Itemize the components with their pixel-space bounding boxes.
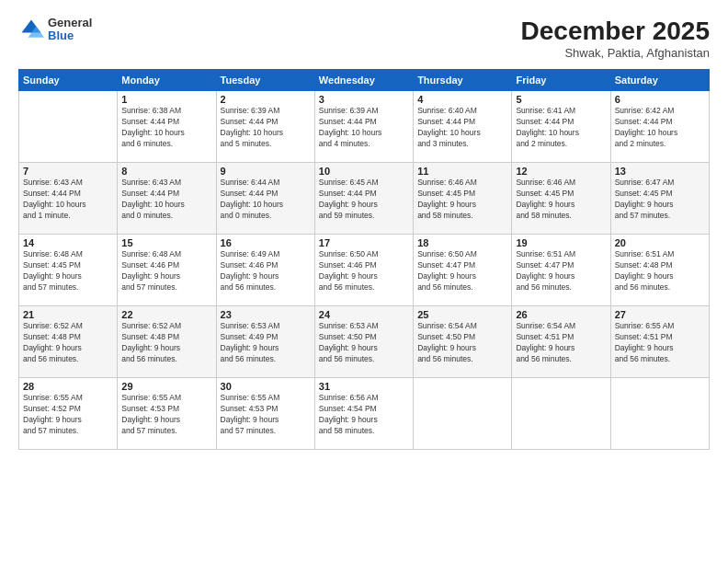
day-info: Sunrise: 6:50 AM Sunset: 4:47 PM Dayligh…	[417, 249, 507, 293]
day-number: 11	[417, 166, 507, 177]
calendar-week-4: 28Sunrise: 6:55 AM Sunset: 4:52 PM Dayli…	[19, 378, 710, 450]
calendar-cell: 7Sunrise: 6:43 AM Sunset: 4:44 PM Daylig…	[19, 163, 118, 235]
day-number: 6	[615, 94, 705, 105]
day-number: 13	[615, 166, 705, 177]
calendar-cell: 9Sunrise: 6:44 AM Sunset: 4:44 PM Daylig…	[216, 163, 314, 235]
calendar-week-1: 7Sunrise: 6:43 AM Sunset: 4:44 PM Daylig…	[19, 163, 710, 235]
day-number: 19	[516, 237, 606, 248]
day-info: Sunrise: 6:48 AM Sunset: 4:46 PM Dayligh…	[121, 249, 211, 293]
calendar-cell: 5Sunrise: 6:41 AM Sunset: 4:44 PM Daylig…	[512, 91, 610, 163]
calendar-cell: 6Sunrise: 6:42 AM Sunset: 4:44 PM Daylig…	[610, 91, 709, 163]
calendar-week-0: 1Sunrise: 6:38 AM Sunset: 4:44 PM Daylig…	[19, 91, 710, 163]
calendar-header-friday: Friday	[512, 70, 610, 91]
calendar-cell: 30Sunrise: 6:55 AM Sunset: 4:53 PM Dayli…	[216, 378, 314, 450]
calendar-cell: 13Sunrise: 6:47 AM Sunset: 4:45 PM Dayli…	[610, 163, 709, 235]
calendar-cell: 19Sunrise: 6:51 AM Sunset: 4:47 PM Dayli…	[512, 235, 610, 306]
calendar-cell: 8Sunrise: 6:43 AM Sunset: 4:44 PM Daylig…	[118, 163, 216, 235]
day-info: Sunrise: 6:53 AM Sunset: 4:50 PM Dayligh…	[319, 321, 409, 365]
day-number: 26	[516, 309, 606, 320]
day-info: Sunrise: 6:55 AM Sunset: 4:53 PM Dayligh…	[221, 393, 311, 437]
day-number: 14	[23, 237, 113, 248]
calendar-cell: 31Sunrise: 6:56 AM Sunset: 4:54 PM Dayli…	[314, 378, 413, 450]
day-number: 8	[121, 166, 211, 177]
calendar-cell: 4Sunrise: 6:40 AM Sunset: 4:44 PM Daylig…	[414, 91, 512, 163]
calendar-cell: 1Sunrise: 6:38 AM Sunset: 4:44 PM Daylig…	[118, 91, 216, 163]
day-number: 31	[319, 381, 409, 392]
calendar-cell: 12Sunrise: 6:46 AM Sunset: 4:45 PM Dayli…	[512, 163, 610, 235]
calendar-cell: 20Sunrise: 6:51 AM Sunset: 4:48 PM Dayli…	[610, 235, 709, 306]
day-number: 2	[221, 94, 311, 105]
day-info: Sunrise: 6:54 AM Sunset: 4:50 PM Dayligh…	[417, 321, 507, 365]
day-info: Sunrise: 6:50 AM Sunset: 4:46 PM Dayligh…	[319, 249, 409, 293]
day-info: Sunrise: 6:55 AM Sunset: 4:51 PM Dayligh…	[615, 321, 705, 365]
day-info: Sunrise: 6:52 AM Sunset: 4:48 PM Dayligh…	[121, 321, 211, 365]
page: General Blue December 2025 Shwak, Paktia…	[0, 0, 728, 563]
calendar-header-saturday: Saturday	[610, 70, 709, 91]
day-info: Sunrise: 6:53 AM Sunset: 4:49 PM Dayligh…	[221, 321, 311, 365]
day-number: 22	[121, 309, 211, 320]
day-number: 28	[23, 381, 113, 392]
day-number: 3	[319, 94, 409, 105]
day-info: Sunrise: 6:45 AM Sunset: 4:44 PM Dayligh…	[319, 178, 409, 222]
day-number: 7	[23, 166, 113, 177]
calendar-header-thursday: Thursday	[414, 70, 512, 91]
calendar-cell: 2Sunrise: 6:39 AM Sunset: 4:44 PM Daylig…	[216, 91, 314, 163]
calendar-cell: 11Sunrise: 6:46 AM Sunset: 4:45 PM Dayli…	[414, 163, 512, 235]
day-info: Sunrise: 6:46 AM Sunset: 4:45 PM Dayligh…	[516, 178, 606, 222]
calendar-header-row: SundayMondayTuesdayWednesdayThursdayFrid…	[19, 70, 710, 91]
day-info: Sunrise: 6:42 AM Sunset: 4:44 PM Dayligh…	[615, 106, 705, 150]
day-info: Sunrise: 6:43 AM Sunset: 4:44 PM Dayligh…	[23, 178, 113, 222]
calendar-cell: 10Sunrise: 6:45 AM Sunset: 4:44 PM Dayli…	[314, 163, 413, 235]
day-info: Sunrise: 6:43 AM Sunset: 4:44 PM Dayligh…	[121, 178, 211, 222]
calendar-cell: 14Sunrise: 6:48 AM Sunset: 4:45 PM Dayli…	[19, 235, 118, 306]
day-info: Sunrise: 6:51 AM Sunset: 4:48 PM Dayligh…	[615, 249, 705, 293]
calendar-header-tuesday: Tuesday	[216, 70, 314, 91]
day-number: 25	[417, 309, 507, 320]
calendar-cell: 25Sunrise: 6:54 AM Sunset: 4:50 PM Dayli…	[414, 306, 512, 378]
day-number: 29	[121, 381, 211, 392]
day-info: Sunrise: 6:44 AM Sunset: 4:44 PM Dayligh…	[221, 178, 311, 222]
calendar-cell: 23Sunrise: 6:53 AM Sunset: 4:49 PM Dayli…	[216, 306, 314, 378]
calendar-cell	[414, 378, 512, 450]
calendar-cell: 17Sunrise: 6:50 AM Sunset: 4:46 PM Dayli…	[314, 235, 413, 306]
calendar-week-2: 14Sunrise: 6:48 AM Sunset: 4:45 PM Dayli…	[19, 235, 710, 306]
day-info: Sunrise: 6:38 AM Sunset: 4:44 PM Dayligh…	[121, 106, 211, 150]
day-info: Sunrise: 6:55 AM Sunset: 4:53 PM Dayligh…	[121, 393, 211, 437]
day-info: Sunrise: 6:55 AM Sunset: 4:52 PM Dayligh…	[23, 393, 113, 437]
day-number: 24	[319, 309, 409, 320]
calendar-header-wednesday: Wednesday	[314, 70, 413, 91]
logo-text: General Blue	[48, 17, 92, 43]
day-number: 4	[417, 94, 507, 105]
day-number: 21	[23, 309, 113, 320]
day-info: Sunrise: 6:54 AM Sunset: 4:51 PM Dayligh…	[516, 321, 606, 365]
title-block: December 2025 Shwak, Paktia, Afghanistan	[521, 17, 710, 60]
logo-blue: Blue	[48, 29, 92, 42]
calendar-cell	[610, 378, 709, 450]
month-title: December 2025	[521, 17, 710, 46]
day-number: 5	[516, 94, 606, 105]
calendar-cell: 26Sunrise: 6:54 AM Sunset: 4:51 PM Dayli…	[512, 306, 610, 378]
day-info: Sunrise: 6:48 AM Sunset: 4:45 PM Dayligh…	[23, 249, 113, 293]
calendar-cell: 24Sunrise: 6:53 AM Sunset: 4:50 PM Dayli…	[314, 306, 413, 378]
day-info: Sunrise: 6:49 AM Sunset: 4:46 PM Dayligh…	[221, 249, 311, 293]
day-number: 9	[221, 166, 311, 177]
calendar-table: SundayMondayTuesdayWednesdayThursdayFrid…	[18, 69, 710, 450]
day-number: 27	[615, 309, 705, 320]
day-number: 15	[121, 237, 211, 248]
calendar-cell: 21Sunrise: 6:52 AM Sunset: 4:48 PM Dayli…	[19, 306, 118, 378]
day-number: 30	[221, 381, 311, 392]
logo: General Blue	[18, 17, 92, 43]
calendar-cell: 28Sunrise: 6:55 AM Sunset: 4:52 PM Dayli…	[19, 378, 118, 450]
day-info: Sunrise: 6:56 AM Sunset: 4:54 PM Dayligh…	[319, 393, 409, 437]
day-info: Sunrise: 6:39 AM Sunset: 4:44 PM Dayligh…	[319, 106, 409, 150]
day-info: Sunrise: 6:46 AM Sunset: 4:45 PM Dayligh…	[417, 178, 507, 222]
day-info: Sunrise: 6:40 AM Sunset: 4:44 PM Dayligh…	[417, 106, 507, 150]
calendar-cell: 27Sunrise: 6:55 AM Sunset: 4:51 PM Dayli…	[610, 306, 709, 378]
calendar-header-monday: Monday	[118, 70, 216, 91]
calendar-cell	[512, 378, 610, 450]
calendar-cell: 22Sunrise: 6:52 AM Sunset: 4:48 PM Dayli…	[118, 306, 216, 378]
day-number: 12	[516, 166, 606, 177]
calendar-cell: 15Sunrise: 6:48 AM Sunset: 4:46 PM Dayli…	[118, 235, 216, 306]
location: Shwak, Paktia, Afghanistan	[521, 46, 710, 60]
calendar-cell: 3Sunrise: 6:39 AM Sunset: 4:44 PM Daylig…	[314, 91, 413, 163]
